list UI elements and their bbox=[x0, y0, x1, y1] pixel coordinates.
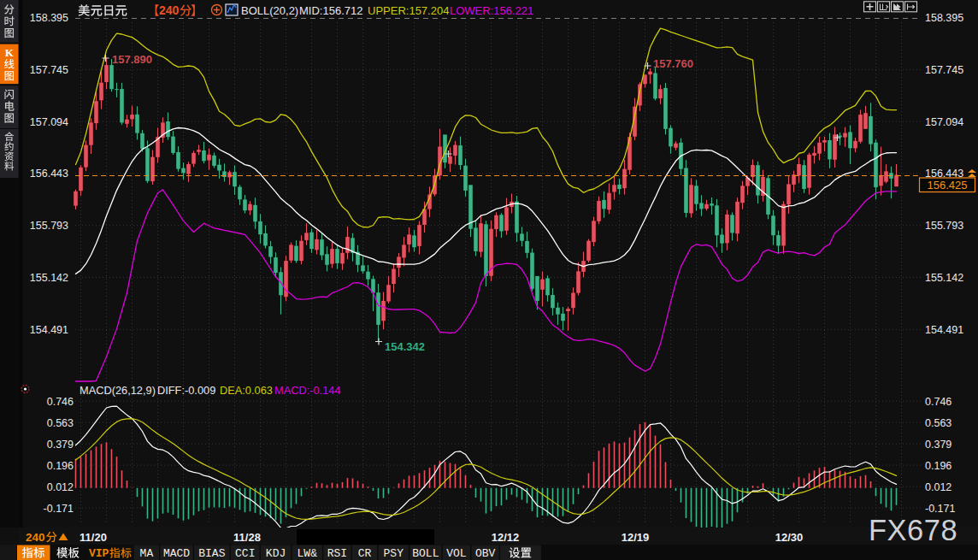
svg-text:155.793: 155.793 bbox=[30, 220, 68, 232]
svg-text:156.425: 156.425 bbox=[928, 179, 968, 192]
svg-text:DIFF:-0.009: DIFF:-0.009 bbox=[157, 384, 215, 397]
svg-text:-0.171: -0.171 bbox=[44, 503, 74, 515]
svg-text:K: K bbox=[5, 46, 15, 59]
svg-text:0.379: 0.379 bbox=[925, 439, 951, 451]
svg-text:LW&: LW& bbox=[298, 547, 318, 560]
svg-text:154.491: 154.491 bbox=[925, 324, 963, 336]
svg-text:VOL: VOL bbox=[446, 547, 466, 560]
svg-text:MACD(26,12,9): MACD(26,12,9) bbox=[80, 384, 156, 397]
svg-text:CCI: CCI bbox=[235, 547, 255, 560]
svg-text:MA: MA bbox=[140, 547, 154, 560]
svg-text:UPPER:157.204: UPPER:157.204 bbox=[368, 4, 449, 17]
svg-text:158.395: 158.395 bbox=[925, 12, 963, 24]
svg-text:0.379: 0.379 bbox=[47, 439, 74, 451]
svg-text:RSI: RSI bbox=[327, 547, 347, 560]
svg-text:157.094: 157.094 bbox=[30, 116, 68, 128]
svg-text:155.142: 155.142 bbox=[925, 272, 963, 284]
svg-text:157.745: 157.745 bbox=[925, 64, 963, 76]
svg-text:0.746: 0.746 bbox=[47, 396, 74, 408]
svg-text:0.196: 0.196 bbox=[925, 460, 951, 472]
svg-text:PSY: PSY bbox=[384, 547, 404, 560]
svg-text:0.746: 0.746 bbox=[925, 396, 951, 408]
svg-text:157.094: 157.094 bbox=[925, 116, 963, 128]
svg-text:VIP: VIP bbox=[89, 547, 109, 560]
svg-text:CR: CR bbox=[358, 547, 372, 560]
svg-text:-0.171: -0.171 bbox=[925, 503, 955, 515]
svg-text:240: 240 bbox=[26, 531, 45, 544]
svg-text:0.563: 0.563 bbox=[47, 417, 74, 429]
svg-text:KDJ: KDJ bbox=[266, 547, 286, 560]
svg-text:BOLL(20,2): BOLL(20,2) bbox=[241, 4, 298, 17]
svg-text:FX678: FX678 bbox=[869, 514, 957, 546]
svg-text:DEA:0.063: DEA:0.063 bbox=[220, 384, 273, 397]
svg-text:11/20: 11/20 bbox=[80, 531, 107, 544]
svg-text:12/12: 12/12 bbox=[492, 531, 520, 544]
svg-text:0.196: 0.196 bbox=[47, 460, 74, 472]
svg-text:LOWER:156.221: LOWER:156.221 bbox=[450, 4, 533, 17]
svg-text:12/30: 12/30 bbox=[775, 531, 804, 544]
svg-text:0.563: 0.563 bbox=[925, 417, 951, 429]
svg-text:157.745: 157.745 bbox=[30, 64, 68, 76]
svg-text:BIAS: BIAS bbox=[198, 547, 225, 560]
svg-text:MACD:-0.144: MACD:-0.144 bbox=[274, 384, 341, 397]
svg-text:OBV: OBV bbox=[475, 547, 496, 560]
svg-text:156.443: 156.443 bbox=[30, 168, 68, 180]
svg-text:157.890: 157.890 bbox=[112, 53, 152, 66]
svg-text:MACD: MACD bbox=[163, 547, 190, 560]
svg-text:0.012: 0.012 bbox=[47, 481, 74, 493]
svg-text:BOLL: BOLL bbox=[412, 547, 439, 560]
svg-text:157.760: 157.760 bbox=[653, 57, 693, 70]
svg-text:155.142: 155.142 bbox=[30, 272, 68, 284]
svg-text:154.491: 154.491 bbox=[30, 324, 68, 336]
svg-text:240: 240 bbox=[159, 3, 180, 17]
svg-text:MID:156.712: MID:156.712 bbox=[299, 4, 362, 17]
svg-text:0.012: 0.012 bbox=[925, 481, 951, 493]
svg-text:154.342: 154.342 bbox=[385, 340, 425, 353]
svg-text:12/19: 12/19 bbox=[622, 531, 650, 544]
svg-text:158.395: 158.395 bbox=[30, 12, 68, 24]
svg-text:155.793: 155.793 bbox=[925, 220, 963, 232]
svg-text:11/28: 11/28 bbox=[233, 531, 261, 544]
